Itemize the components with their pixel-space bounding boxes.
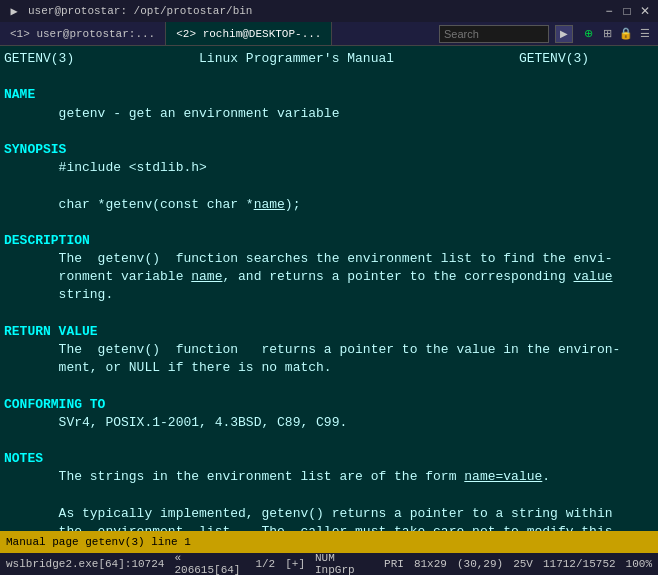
- blank-line-1: [0, 68, 658, 86]
- blank-line-6: [0, 377, 658, 395]
- minimize-button[interactable]: −: [602, 4, 616, 18]
- window-controls: − □ ✕: [602, 4, 652, 18]
- notes-namevalue-underline: name=value: [464, 469, 542, 484]
- info-pri: PRI: [384, 558, 404, 570]
- man-header: GETENV(3) Linux Programmer's Manual GETE…: [0, 50, 658, 68]
- return-line1: The getenv() function returns a pointer …: [0, 341, 658, 359]
- manual-status-bar: Manual page getenv(3) line 1: [0, 531, 658, 553]
- desc-value-underline: value: [574, 269, 613, 284]
- layout-button[interactable]: ⊞: [598, 25, 616, 43]
- info-exe: wslbridge2.exe[64]:10724: [6, 558, 164, 570]
- section-notes: NOTES: [0, 450, 658, 468]
- section-description: DESCRIPTION: [0, 232, 658, 250]
- info-bar: wslbridge2.exe[64]:10724 « 206615[64] 1/…: [0, 553, 658, 575]
- close-button[interactable]: ✕: [638, 4, 652, 18]
- app-icon: ▶: [6, 3, 22, 19]
- maximize-button[interactable]: □: [620, 4, 634, 18]
- search-go-button[interactable]: ▶: [555, 25, 573, 43]
- title-bar: ▶ user@protostar: /opt/protostar/bin − □…: [0, 0, 658, 22]
- section-return: RETURN VALUE: [0, 323, 658, 341]
- name-body: getenv - get an environment variable: [0, 105, 658, 123]
- terminal-content: GETENV(3) Linux Programmer's Manual GETE…: [0, 46, 658, 531]
- section-synopsis: SYNOPSIS: [0, 141, 658, 159]
- info-keys: [+]: [285, 558, 305, 570]
- tab-bar: <1> user@protostar:... <2> rochim@DESKTO…: [0, 22, 658, 46]
- search-area: ▶ ⊕ ⊞ 🔒 ☰: [435, 22, 658, 45]
- info-fraction: 1/2: [255, 558, 275, 570]
- param-name-underline: name: [254, 197, 285, 212]
- section-conforming: CONFORMING TO: [0, 396, 658, 414]
- blank-line-3: [0, 177, 658, 195]
- info-version: 11712/15752: [543, 558, 616, 570]
- tab-1[interactable]: <1> user@protostar:...: [0, 22, 166, 45]
- blank-line-8: [0, 487, 658, 505]
- desc-line1: The getenv() function searches the envir…: [0, 250, 658, 268]
- tab-spacer: [332, 22, 435, 45]
- add-tab-button[interactable]: ⊕: [579, 25, 597, 43]
- blank-line-4: [0, 214, 658, 232]
- lock-button[interactable]: 🔒: [617, 25, 635, 43]
- desc-line2: ronment variable name, and returns a poi…: [0, 268, 658, 286]
- info-cursor: (30,29): [457, 558, 503, 570]
- info-mode: NUM InpGrp: [315, 552, 374, 575]
- notes-line2: As typically implemented, getenv() retur…: [0, 505, 658, 523]
- info-size: 81x29: [414, 558, 447, 570]
- blank-line-7: [0, 432, 658, 450]
- blank-line-2: [0, 123, 658, 141]
- info-voltage: 25V: [513, 558, 533, 570]
- tab-2[interactable]: <2> rochim@DESKTOP-...: [166, 22, 332, 45]
- return-line2: ment, or NULL if there is no match.: [0, 359, 658, 377]
- info-zoom: 100%: [626, 558, 652, 570]
- synopsis-func: char *getenv(const char *name);: [0, 196, 658, 214]
- notes-line1: The strings in the environment list are …: [0, 468, 658, 486]
- toolbar-icons: ⊕ ⊞ 🔒 ☰: [579, 25, 654, 43]
- notes-line3: the environment list. The caller must ta…: [0, 523, 658, 531]
- manual-status-text: Manual page getenv(3) line 1: [6, 536, 191, 548]
- search-input[interactable]: [439, 25, 549, 43]
- conforming-body: SVr4, POSIX.1-2001, 4.3BSD, C89, C99.: [0, 414, 658, 432]
- desc-name-underline: name: [191, 269, 222, 284]
- settings-button[interactable]: ☰: [636, 25, 654, 43]
- blank-line-5: [0, 305, 658, 323]
- synopsis-include: #include <stdlib.h>: [0, 159, 658, 177]
- title-bar-text: user@protostar: /opt/protostar/bin: [28, 5, 596, 17]
- section-name: NAME: [0, 86, 658, 104]
- search-wrapper: [439, 25, 549, 43]
- desc-line3: string.: [0, 286, 658, 304]
- info-pos: « 206615[64]: [174, 552, 245, 575]
